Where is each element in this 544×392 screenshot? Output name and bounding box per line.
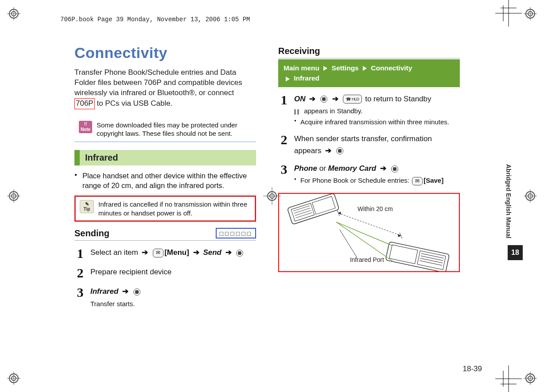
arrow-icon: ➔ — [225, 247, 232, 258]
arrow-icon: ➔ — [332, 93, 338, 105]
step-text: to return to Standby — [365, 95, 431, 103]
hold-key-icon — [343, 95, 362, 104]
svg-marker-36 — [323, 66, 327, 71]
step-subtext: Transfer starts. — [90, 299, 256, 309]
chapter-tab: 18 — [508, 245, 523, 260]
reg-mark-icon — [524, 189, 537, 203]
menu-path: Main menu Settings Connectivity Infrared — [278, 59, 460, 87]
receiving-step-3: 3 Phone or Memory Card ➔ For Phone Book … — [278, 163, 460, 186]
tip-box: Tip Infrared is cancelled if no transmis… — [74, 196, 256, 222]
tip-icon: Tip — [80, 200, 94, 213]
step-number: 3 — [278, 163, 290, 176]
receiving-step-1: 1 ON ➔ ➔ to return to Standby appears in… — [278, 93, 460, 127]
center-key-icon — [236, 250, 243, 257]
center-key-icon — [336, 147, 343, 154]
section-infrared: Infrared — [74, 150, 256, 165]
step-number: 2 — [278, 133, 290, 146]
svg-rect-46 — [385, 242, 449, 271]
step-text: Prepare recipient device — [90, 266, 256, 278]
center-key-icon — [391, 165, 398, 173]
receiving-step-2: 2 When sender starts transfer, confirmat… — [278, 133, 460, 157]
receiving-heading: Receiving — [278, 46, 460, 58]
page-number: 18-39 — [463, 365, 482, 373]
menu-segment: Main menu — [284, 64, 319, 72]
side-tab: Abridged English Manual 18 — [505, 150, 523, 292]
center-key-icon — [133, 288, 140, 296]
sending-step-1: 1 Select an item ➔ [Menu] ➔ Send ➔ — [74, 247, 256, 260]
menu-label: [Menu] — [164, 248, 189, 257]
svg-line-53 — [336, 222, 392, 246]
sending-step-2: 2 Prepare recipient device — [74, 266, 256, 280]
infrared-indicator-icon — [294, 109, 300, 115]
arrow-icon: ➔ — [122, 286, 128, 297]
sending-step-3: 3 Infrared ➔ Transfer starts. — [74, 286, 256, 309]
step-subtext: appears in Standby. — [302, 107, 362, 115]
chevron-right-icon — [323, 63, 327, 73]
arrow-icon: ➔ — [309, 93, 315, 105]
model-highlight: 706P — [74, 98, 95, 109]
reg-mark-icon — [524, 7, 537, 20]
placeholder-tag: □□□□□□ — [216, 228, 256, 238]
step-text: When sender starts transfer, confirmatio… — [294, 135, 432, 154]
note-text: Some downloaded files may be protected u… — [97, 121, 252, 138]
svg-marker-38 — [286, 77, 290, 81]
arrow-icon: ➔ — [142, 247, 148, 258]
svg-marker-37 — [363, 66, 367, 71]
step-subbullet: Acquire infrared transmission within thr… — [294, 117, 460, 127]
step-number: 2 — [74, 266, 86, 280]
step-number: 1 — [74, 247, 86, 260]
tip-text: Infrared is cancelled if no transmission… — [98, 200, 251, 217]
or-text: or — [319, 164, 328, 173]
reg-mark-icon — [7, 189, 20, 203]
page-stamp: 706P.book Page 39 Monday, November 13, 2… — [60, 16, 250, 23]
crop-mark-icon — [495, 365, 522, 392]
svg-line-60 — [340, 229, 357, 257]
sending-heading: Sending — [74, 228, 109, 238]
within-label: Within 20 cm — [357, 205, 393, 212]
arrow-icon: ➔ — [193, 247, 199, 258]
chevron-right-icon — [363, 63, 367, 73]
menu-segment: Infrared — [294, 74, 319, 82]
intro-prefix: Transfer Phone Book/Schedule entries and… — [74, 68, 242, 97]
menu-segment: Settings — [332, 64, 359, 72]
svg-line-54 — [336, 222, 392, 261]
arrow-icon: ➔ — [380, 163, 386, 174]
note-box: Note Some downloaded files may be protec… — [74, 117, 256, 142]
phone-label: Phone — [294, 164, 317, 173]
arrow-icon: ➔ — [325, 145, 331, 157]
infrared-range-bullet: Place handset and other device within th… — [74, 171, 256, 191]
side-label: Abridged English Manual — [505, 150, 512, 252]
reg-mark-icon — [524, 372, 537, 385]
intro-suffix: to PCs via USB Cable. — [95, 99, 173, 108]
crop-mark-icon — [495, 0, 522, 27]
send-label: Send — [203, 248, 221, 257]
step-number: 1 — [278, 93, 290, 107]
reg-mark-icon — [7, 7, 20, 20]
svg-line-55 — [338, 213, 401, 235]
note-icon: Note — [79, 121, 92, 133]
infrared-diagram: Within 20 cm Infrared Port — [278, 193, 460, 272]
mail-key-icon — [153, 249, 163, 257]
center-key-icon — [320, 96, 327, 103]
on-label: ON — [294, 95, 306, 103]
intro-text: Transfer Phone Book/Schedule entries and… — [74, 68, 256, 109]
step-number: 3 — [74, 286, 86, 299]
step-subtext: For Phone Book or Schedule entries: — [300, 177, 411, 184]
menu-segment: Connectivity — [371, 64, 412, 72]
mail-key-icon — [412, 177, 423, 186]
step-text: Select an item — [90, 248, 138, 257]
infrared-label: Infrared — [90, 287, 118, 296]
page-title: Connectivity — [74, 44, 256, 61]
save-label: [Save] — [424, 177, 443, 184]
reg-mark-icon — [7, 372, 20, 385]
memory-card-label: Memory Card — [328, 164, 377, 173]
chevron-right-icon — [286, 73, 290, 83]
port-label: Infrared Port — [350, 256, 384, 263]
